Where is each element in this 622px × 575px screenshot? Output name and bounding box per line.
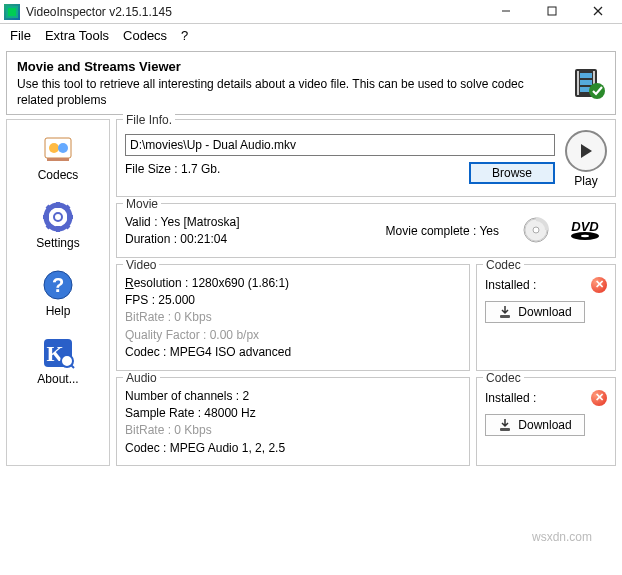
svg-rect-41 — [500, 315, 510, 318]
menu-extra-tools[interactable]: Extra Tools — [45, 28, 109, 43]
audio-codec-legend: Codec — [483, 371, 524, 385]
video-codec-legend: Codec — [483, 258, 524, 272]
play-label: Play — [574, 174, 597, 188]
svg-point-14 — [49, 143, 59, 153]
movie-valid: Valid : Yes [Matroska] — [125, 214, 372, 231]
svg-rect-10 — [580, 80, 592, 85]
svg-rect-42 — [500, 428, 510, 431]
svg-rect-16 — [47, 158, 69, 161]
video-codec-group: Codec Installed : ✕ Download — [476, 264, 616, 371]
browse-button[interactable]: Browse — [469, 162, 555, 184]
svg-line-33 — [71, 365, 74, 368]
video-bitrate: BitRate : 0 Kbps — [125, 309, 461, 326]
sidebar-label-codecs: Codecs — [38, 168, 79, 182]
svg-rect-9 — [580, 73, 592, 78]
film-check-icon — [573, 67, 605, 99]
audio-group: Audio Number of channels : 2 Sample Rate… — [116, 377, 470, 467]
download-icon — [498, 418, 512, 432]
play-button[interactable] — [565, 130, 607, 172]
header-desc: Use this tool to retrieve all interestin… — [17, 77, 524, 107]
svg-point-15 — [58, 143, 68, 153]
error-icon: ✕ — [591, 277, 607, 293]
sidebar-item-codecs[interactable]: Codecs — [13, 128, 103, 186]
svg-line-26 — [47, 224, 51, 228]
audio-codec-group: Codec Installed : ✕ Download — [476, 377, 616, 467]
app-icon — [4, 4, 20, 20]
sidebar-label-about: About... — [37, 372, 78, 386]
audio-codec-installed-label: Installed : — [485, 391, 536, 405]
codecs-icon — [41, 132, 75, 166]
audio-sample-rate: Sample Rate : 48000 Hz — [125, 405, 461, 422]
video-fps: FPS : 25.000 — [125, 292, 461, 309]
titlebar: VideoInspector v2.15.1.145 — [0, 0, 622, 24]
close-button[interactable] — [584, 5, 612, 19]
sidebar: Codecs Settings ? Help K About... — [6, 119, 110, 466]
video-codec-installed-label: Installed : — [485, 278, 536, 292]
svg-point-37 — [533, 227, 539, 233]
cd-icon[interactable] — [523, 217, 549, 246]
movie-legend: Movie — [123, 197, 161, 211]
menu-codecs[interactable]: Codecs — [123, 28, 167, 43]
sidebar-item-settings[interactable]: Settings — [13, 196, 103, 254]
help-icon: ? — [41, 268, 75, 302]
svg-point-12 — [589, 83, 605, 99]
svg-line-23 — [47, 206, 51, 210]
error-icon: ✕ — [591, 390, 607, 406]
movie-duration: Duration : 00:21:04 — [125, 231, 372, 248]
audio-bitrate: BitRate : 0 Kbps — [125, 422, 461, 439]
sidebar-item-about[interactable]: K About... — [13, 332, 103, 390]
svg-rect-7 — [577, 71, 579, 95]
video-legend: Video — [123, 258, 159, 272]
menu-file[interactable]: File — [10, 28, 31, 43]
audio-codec: Codec : MPEG Audio 1, 2, 2.5 — [125, 440, 461, 457]
file-size-label: File Size : 1.7 Gb. — [125, 162, 220, 176]
svg-text:DVD: DVD — [571, 219, 599, 234]
menu-help[interactable]: ? — [181, 28, 188, 43]
video-group: Video Resolution : 1280x690 (1.86:1) FPS… — [116, 264, 470, 371]
video-codec-download-button[interactable]: Download — [485, 301, 585, 323]
video-codec: Codec : MPEG4 ISO advanced — [125, 344, 461, 361]
audio-codec-download-button[interactable]: Download — [485, 414, 585, 436]
maximize-button[interactable] — [538, 5, 566, 19]
sidebar-item-help[interactable]: ? Help — [13, 264, 103, 322]
window-title: VideoInspector v2.15.1.145 — [26, 5, 492, 19]
header-panel: Movie and Streams Viewer Use this tool t… — [6, 51, 616, 115]
audio-legend: Audio — [123, 371, 160, 385]
video-resolution: Resolution : 1280x690 (1.86:1) — [125, 275, 461, 292]
dvd-icon[interactable]: DVD — [563, 219, 607, 244]
svg-rect-1 — [8, 8, 16, 16]
sidebar-label-help: Help — [46, 304, 71, 318]
svg-line-24 — [65, 224, 69, 228]
svg-line-25 — [65, 206, 69, 210]
header-title: Movie and Streams Viewer — [17, 59, 181, 74]
svg-rect-3 — [548, 7, 556, 15]
file-path-input[interactable] — [125, 134, 555, 156]
sidebar-label-settings: Settings — [36, 236, 79, 250]
download-icon — [498, 305, 512, 319]
svg-point-40 — [581, 235, 589, 237]
audio-channels: Number of channels : 2 — [125, 388, 461, 405]
svg-text:?: ? — [52, 274, 64, 296]
svg-point-18 — [54, 213, 62, 221]
file-info-legend: File Info. — [123, 113, 175, 127]
svg-marker-34 — [581, 144, 592, 158]
gear-icon — [41, 200, 75, 234]
movie-group: Movie Valid : Yes [Matroska] Duration : … — [116, 203, 616, 258]
minimize-button[interactable] — [492, 5, 520, 19]
file-info-group: File Info. File Size : 1.7 Gb. Browse Pl… — [116, 119, 616, 197]
video-quality-factor: Quality Factor : 0.00 b/px — [125, 327, 461, 344]
about-icon: K — [41, 336, 75, 370]
menubar: File Extra Tools Codecs ? — [0, 24, 622, 49]
play-icon — [578, 143, 594, 159]
movie-complete: Movie complete : Yes — [386, 223, 499, 240]
